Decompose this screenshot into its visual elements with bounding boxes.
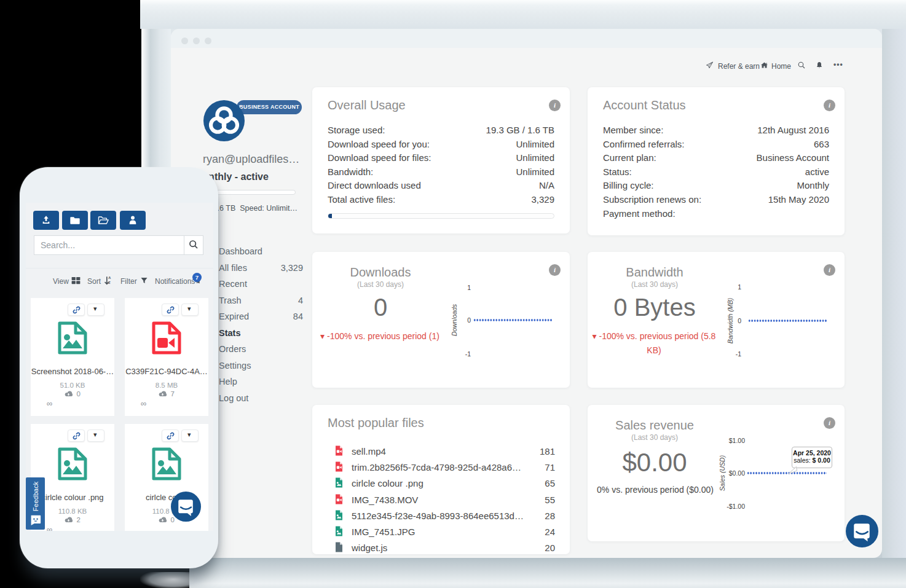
- svg-text:Z: Z: [108, 281, 111, 284]
- svg-text:A: A: [108, 276, 111, 280]
